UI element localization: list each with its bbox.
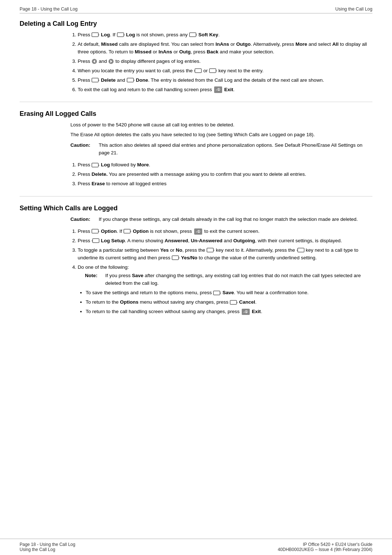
setting-note: Note: If you press Save after changing t… — [85, 272, 372, 287]
svg-rect-18 — [92, 163, 98, 167]
footer-left-line1: Page 18 - Using the Call Log — [20, 542, 75, 547]
section-erasing-body: Loss of power to the 5420 phone will cau… — [20, 121, 372, 187]
softkey-icon-log — [91, 32, 99, 37]
footer-right-line2: 40DHB0002UKEG – Issue 4 (9th February 20… — [278, 547, 372, 552]
erasing-step-2: Press Delete. You are presented with a m… — [78, 171, 372, 178]
header-right: Using the Call Log — [335, 7, 372, 12]
page-header: Page 18 - Using the Call Log Using the C… — [20, 7, 372, 13]
svg-rect-28 — [298, 248, 304, 252]
note-text: If you press Save after changing the set… — [105, 272, 372, 287]
svg-marker-35 — [237, 302, 238, 303]
softkey-icon-right — [194, 68, 202, 73]
setting-steps: Press Option. If Option is not shown, pr… — [70, 228, 372, 316]
exit-button-icon-3: -① — [242, 309, 250, 315]
svg-marker-21 — [98, 231, 99, 232]
svg-marker-5 — [196, 34, 197, 36]
softkey-icon-right2 — [297, 248, 305, 253]
deleting-step-1: Press Log. If Log is not shown, press an… — [78, 31, 372, 39]
section-erasing-title: Erasing All Logged Calls — [20, 110, 372, 118]
erasing-para-2: The Erase All option deletes the calls y… — [70, 131, 372, 139]
softkey-icon-delete — [91, 78, 99, 83]
svg-rect-16 — [127, 78, 134, 82]
deleting-step-5: Press Delete and Done. The entry is dele… — [78, 77, 372, 84]
svg-rect-22 — [124, 229, 130, 233]
erasing-steps: Press Log followed by More. Press Delete… — [70, 161, 372, 188]
caution-label: Caution: — [70, 142, 96, 157]
svg-marker-23 — [130, 231, 131, 232]
setting-substep-1: To save the settings and return to the o… — [86, 289, 372, 297]
footer-right-line1: IP Office 5420 + EU24 User's Guide — [278, 542, 372, 547]
softkey-icon-left2 — [207, 248, 215, 253]
softkey-icon-log-erase — [91, 163, 99, 168]
svg-rect-26 — [207, 248, 213, 252]
svg-marker-33 — [220, 292, 221, 294]
svg-rect-30 — [172, 256, 179, 260]
page-footer: Page 18 - Using the Call Log Using the C… — [0, 539, 392, 555]
deleting-step-2: At default, Missed calls are displayed f… — [78, 41, 372, 56]
svg-marker-29 — [297, 250, 298, 251]
softkey-icon-done — [127, 78, 135, 83]
svg-rect-34 — [230, 300, 237, 304]
svg-rect-4 — [189, 33, 196, 37]
svg-marker-1 — [98, 34, 99, 36]
nav-right-icon — [108, 58, 114, 64]
softkey-icon-log2 — [117, 32, 125, 37]
svg-rect-0 — [92, 33, 98, 37]
softkey-icon-cancel — [230, 300, 238, 305]
footer-right: IP Office 5420 + EU24 User's Guide 40DHB… — [278, 542, 372, 552]
svg-rect-32 — [213, 291, 220, 295]
softkey-icon-left — [209, 68, 217, 73]
setting-step-4: Do one of the following: Note: If you pr… — [78, 264, 372, 316]
softkey-icon-softkey — [189, 32, 197, 37]
deleting-step-6: To exit the call log and return to the c… — [78, 86, 372, 94]
section-setting-body: Caution: If you change these settings, a… — [20, 216, 372, 316]
deleting-step-4: When you locate the entry you want to ca… — [78, 67, 372, 75]
svg-rect-14 — [92, 78, 98, 82]
svg-rect-2 — [117, 33, 124, 37]
section-setting-title: Setting Which Calls are Logged — [20, 204, 372, 212]
softkey-icon-logsetup — [91, 238, 99, 243]
setting-substep-3: To return to the call handling screen wi… — [86, 308, 372, 316]
svg-marker-3 — [124, 34, 125, 36]
svg-marker-15 — [98, 80, 99, 81]
caution-text: This action also deletes all speed dial … — [99, 142, 372, 157]
svg-rect-24 — [93, 239, 99, 243]
svg-rect-10 — [195, 69, 201, 73]
exit-button-icon-2: -① — [194, 228, 202, 235]
erasing-step-3: Press Erase to remove all logged entries — [78, 180, 372, 188]
softkey-icon-save — [213, 291, 221, 296]
svg-marker-17 — [134, 80, 135, 81]
svg-marker-19 — [98, 165, 99, 166]
svg-rect-20 — [92, 229, 98, 233]
erasing-caution: Caution: This action also deletes all sp… — [70, 142, 372, 157]
setting-caution: Caution: If you change these settings, a… — [70, 216, 372, 223]
setting-step-2: Press Log Setup. A menu showing Answered… — [78, 237, 372, 245]
setting-step-1: Press Option. If Option is not shown, pr… — [78, 228, 372, 235]
note-label: Note: — [85, 272, 102, 287]
svg-marker-11 — [194, 70, 195, 72]
setting-substeps: To save the settings and return to the o… — [78, 289, 372, 316]
svg-marker-27 — [213, 250, 215, 251]
erasing-para-1: Loss of power to the 5420 phone will cau… — [70, 121, 372, 129]
svg-marker-13 — [216, 70, 217, 72]
softkey-icon-option2 — [123, 229, 131, 234]
footer-left: Page 18 - Using the Call Log Using the C… — [20, 542, 75, 552]
setting-caution-label: Caution: — [70, 216, 96, 223]
section-setting: Setting Which Calls are Logged Caution: … — [20, 204, 372, 324]
setting-step-3: To toggle a particular setting between Y… — [78, 247, 372, 262]
softkey-icon-option — [91, 229, 99, 234]
section-deleting-title: Deleting a Call Log Entry — [20, 20, 372, 28]
section-erasing: Erasing All Logged Calls Loss of power t… — [20, 110, 372, 196]
svg-rect-12 — [209, 69, 216, 73]
setting-caution-text: If you change these settings, any call d… — [99, 216, 358, 223]
exit-button-icon: -① — [214, 86, 222, 93]
svg-marker-25 — [91, 240, 93, 242]
deleting-step-3: Press and to display different pages of … — [78, 58, 372, 65]
svg-marker-31 — [179, 257, 180, 259]
footer-left-line2: Using the Call Log — [20, 547, 75, 552]
section-deleting: Deleting a Call Log Entry Press Log. If … — [20, 20, 372, 102]
erasing-step-1: Press Log followed by More. — [78, 161, 372, 169]
deleting-steps: Press Log. If Log is not shown, press an… — [70, 31, 372, 93]
section-deleting-body: Press Log. If Log is not shown, press an… — [20, 31, 372, 93]
nav-left-icon — [91, 58, 97, 64]
